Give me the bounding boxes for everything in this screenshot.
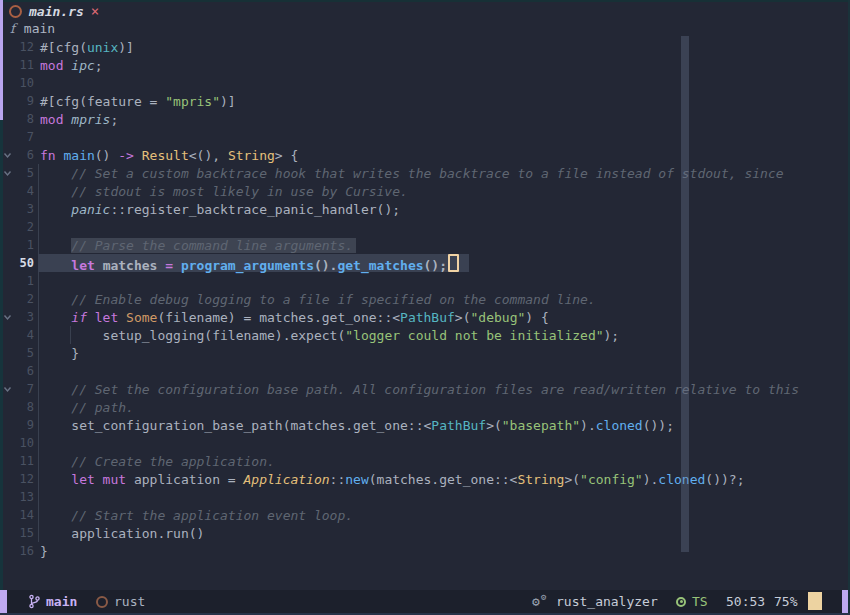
code-text: if let Some(filename) = matches.get_one:… [40,310,549,325]
treesitter-indicator[interactable]: TS [676,590,708,613]
code-line[interactable]: 5 } [0,344,850,362]
code-text: // Set a custom backtrace hook that writ… [40,166,784,181]
code-line[interactable]: 8 // path. [0,398,850,416]
tab-bar: main.rs × [3,2,848,20]
tab-title[interactable]: main.rs [29,4,84,19]
fold-chevron-icon[interactable] [3,151,12,160]
code-line[interactable]: 13 [0,488,850,506]
code-line[interactable]: 7 // Set the configuration base path. Al… [0,380,850,398]
language-name: rust [114,594,145,609]
scrollbar-thumb[interactable] [681,36,689,552]
rust-lang-icon [96,596,108,608]
line-number: 3 [14,202,34,216]
line-number: 8 [14,400,34,414]
code-line[interactable]: 16} [0,542,850,560]
code-line[interactable]: 6fn main() -> Result<(), String> { [0,146,850,164]
code-line[interactable]: 6 [0,362,850,380]
code-line[interactable]: 14 // Start the application event loop. [0,506,850,524]
window-border-left [0,120,3,590]
code-text: #[cfg(feature = "mpris")] [40,94,236,109]
code-text: // Start the application event loop. [40,508,353,523]
cursor-position: 50:53 [726,590,765,613]
treesitter-label: TS [692,594,708,609]
code-line[interactable]: 7 [0,128,850,146]
fold-chevron-icon[interactable] [3,313,12,322]
window-border-left-accent [0,0,3,120]
lsp-server-name: rust_analyzer [556,594,658,609]
code-editor[interactable]: 12#[cfg(unix)]11mod ipc;109#[cfg(feature… [0,38,850,560]
code-line[interactable]: 2 [0,218,850,236]
code-text: } [40,544,48,559]
lsp-indicator[interactable]: ⚙ ⚙ rust_analyzer [532,590,658,613]
code-line[interactable]: 9 set_configuration_base_path(matches.ge… [0,416,850,434]
breadcrumb-symbol-name[interactable]: main [24,21,55,36]
code-line[interactable]: 12#[cfg(unix)] [0,38,850,56]
code-text: setup_logging(filename).expect("logger c… [40,328,619,343]
code-line[interactable]: 10 [0,434,850,452]
statusbar-left-accent [0,590,7,613]
close-icon[interactable]: × [91,6,99,16]
line-number: 2 [14,292,34,306]
line-number: 13 [14,490,34,504]
code-text: // stdout is most likely in use by Cursi… [40,184,408,199]
code-line[interactable]: 12 let mut application = Application::ne… [0,470,850,488]
line-number: 14 [14,508,34,522]
line-number: 9 [14,94,34,108]
language-indicator[interactable]: rust [96,590,145,613]
line-number: 2 [14,220,34,234]
line-number: 1 [14,274,34,288]
line-number: 6 [14,364,34,378]
code-text: // path. [40,400,134,415]
line-number: 5 [14,166,34,180]
code-text: let mut application = Application::new(m… [40,472,744,487]
code-line[interactable]: 3 if let Some(filename) = matches.get_on… [0,308,850,326]
line-number: 15 [14,526,34,540]
gears-icon: ⚙ ⚙ [532,594,550,610]
line-number: 10 [14,76,34,90]
code-text: #[cfg(unix)] [40,40,134,55]
line-number: 12 [14,40,34,54]
code-line[interactable]: 11mod ipc; [0,56,850,74]
code-line[interactable]: 4 setup_logging(filename).expect("logger… [0,326,850,344]
code-line[interactable]: 1 // Parse the command line arguments. [0,236,850,254]
code-line-current[interactable]: 50 let matches = program_arguments().get… [0,254,850,272]
line-number: 4 [14,328,34,342]
line-number: 3 [14,310,34,324]
git-branch-indicator[interactable]: main [28,590,77,613]
code-line[interactable]: 9#[cfg(feature = "mpris")] [0,92,850,110]
code-text: fn main() -> Result<(), String> { [40,148,298,163]
code-text: application.run() [40,526,204,541]
code-line[interactable]: 8mod mpris; [0,110,850,128]
code-text: // Parse the command line arguments. [40,238,356,253]
code-text: panic::register_backtrace_panic_handler(… [40,202,400,217]
breadcrumb: f main [3,20,55,37]
text-cursor [448,254,459,272]
code-text: let matches = program_arguments().get_ma… [40,254,459,273]
line-number: 5 [14,346,34,360]
code-line[interactable]: 1 [0,272,850,290]
code-line[interactable]: 10 [0,74,850,92]
line-number: 8 [14,112,34,126]
line-number: 7 [14,382,34,396]
code-text: mod mpris; [40,112,118,127]
mode-indicator-block [808,592,822,610]
fold-chevron-icon[interactable] [3,385,12,394]
code-line[interactable]: 5 // Set a custom backtrace hook that wr… [0,164,850,182]
code-line[interactable]: 4 // stdout is most likely in use by Cur… [0,182,850,200]
window-border-top [0,0,850,2]
code-line[interactable]: 3 panic::register_backtrace_panic_handle… [0,200,850,218]
code-text: // Create the application. [40,454,275,469]
code-line[interactable]: 15 application.run() [0,524,850,542]
status-bar: main rust ⚙ ⚙ rust_analyzer TS 50:53 75% [0,590,850,613]
line-number: 50 [14,256,34,270]
circle-dot-icon [676,597,686,607]
code-line[interactable]: 2 // Enable debug logging to a file if s… [0,290,850,308]
tab-main-rs[interactable]: main.rs × [3,2,848,20]
fold-chevron-icon[interactable] [3,169,12,178]
code-text: mod ipc; [40,58,103,73]
function-symbol-icon: f [10,21,15,36]
branch-name: main [46,594,77,609]
line-number: 12 [14,472,34,486]
code-line[interactable]: 11 // Create the application. [0,452,850,470]
line-number: 9 [14,418,34,432]
